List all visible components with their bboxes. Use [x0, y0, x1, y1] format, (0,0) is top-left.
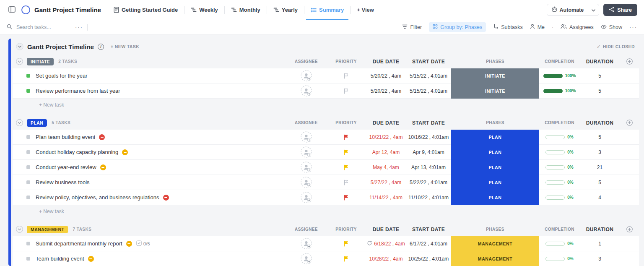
blocked-icon[interactable]	[99, 134, 105, 140]
due-date[interactable]: Apr 12, 4am	[372, 149, 400, 155]
on-hold-icon[interactable]	[122, 149, 128, 155]
add-column-icon[interactable]	[626, 120, 633, 126]
space-avatar[interactable]	[21, 5, 30, 14]
tab-monthly[interactable]: Monthly	[226, 0, 265, 20]
column-header-completion[interactable]: COMPLETION	[539, 59, 580, 64]
task-row[interactable]: Review policy, objectives, and business …	[13, 190, 639, 205]
checklist-indicator[interactable]: 0/5	[136, 240, 150, 248]
column-header-start-date[interactable]: START DATE	[406, 120, 451, 126]
add-assignee-button[interactable]	[301, 253, 312, 264]
start-date[interactable]: 11/10/22 , 4:01am	[408, 195, 449, 201]
task-row[interactable]: Set goals for the year5/20/22 , 4am5/15/…	[13, 68, 639, 83]
due-date[interactable]: 5/27/22 , 4am	[371, 180, 401, 185]
column-header-completion[interactable]: COMPLETION	[539, 227, 580, 232]
task-row[interactable]: Conduct year-end reviewMay 4, 4amApr 13,…	[13, 160, 639, 175]
task-status-icon[interactable]	[26, 165, 30, 169]
tab-summary[interactable]: Summary	[306, 0, 348, 20]
task-name[interactable]: Review business tools	[36, 179, 90, 185]
add-assignee-button[interactable]	[301, 131, 312, 143]
task-row[interactable]: Submit departmental monthly report0/56/1…	[13, 236, 639, 251]
blocked-icon[interactable]	[163, 195, 169, 201]
phase-cell[interactable]: PLAN	[451, 190, 539, 205]
automate-dropdown-button[interactable]	[588, 4, 599, 16]
task-name[interactable]: Review policy, objectives, and business …	[36, 194, 159, 201]
info-icon[interactable]: i	[98, 44, 104, 50]
start-date[interactable]: 10/16/22 , 4:01am	[408, 134, 449, 140]
column-header-duration[interactable]: DURATION	[580, 59, 620, 65]
priority-flag-icon[interactable]	[343, 88, 349, 94]
start-date[interactable]: 5/15/22 , 4:01am	[410, 73, 447, 79]
column-header-phases[interactable]: PHASES	[451, 120, 539, 125]
add-assignee-button[interactable]	[301, 238, 312, 249]
search-more-button[interactable]: ···	[75, 24, 83, 30]
due-date[interactable]: 5/20/22 , 4am	[371, 88, 401, 94]
group-collapse-icon[interactable]	[16, 119, 23, 126]
start-date[interactable]: 5/15/22 , 4:01am	[410, 88, 447, 94]
column-header-duration[interactable]: DURATION	[580, 227, 620, 232]
column-header-priority[interactable]: PRIORITY	[326, 120, 366, 125]
add-column-icon[interactable]	[626, 58, 633, 65]
column-header-assignee[interactable]: ASSIGNEE	[286, 59, 326, 64]
start-date[interactable]: 5/22/22 , 4:01am	[410, 180, 447, 185]
task-row[interactable]: Plan team building event10/21/22 , 4am10…	[13, 130, 639, 145]
add-task-button[interactable]: + New task	[13, 205, 639, 218]
task-status-icon[interactable]	[26, 196, 30, 199]
start-date[interactable]: 6/17/22 , 4:01am	[410, 241, 447, 247]
sidebar-toggle-button[interactable]	[7, 0, 17, 20]
phase-cell[interactable]: MANAGEMENT	[451, 251, 539, 266]
add-assignee-button[interactable]	[301, 162, 312, 173]
priority-flag-icon[interactable]	[343, 180, 349, 185]
show-button[interactable]: Show	[601, 24, 622, 30]
assignees-button[interactable]: Assignees	[561, 24, 594, 30]
add-task-button[interactable]: + New task	[13, 99, 639, 111]
due-date[interactable]: 10/21/22 , 4am	[369, 134, 402, 140]
phase-cell[interactable]: PLAN	[451, 130, 539, 144]
group-badge[interactable]: MANAGEMENT	[27, 226, 68, 233]
add-assignee-button[interactable]	[301, 146, 312, 158]
list-collapse-icon[interactable]	[16, 43, 23, 50]
task-status-icon[interactable]	[26, 135, 30, 139]
on-hold-icon[interactable]	[88, 256, 94, 262]
due-date[interactable]: 5/20/22 , 4am	[371, 73, 401, 79]
add-assignee-button[interactable]	[301, 192, 312, 203]
column-header-priority[interactable]: PRIORITY	[326, 227, 366, 232]
task-name[interactable]: Conduct year-end review	[36, 164, 96, 170]
task-row[interactable]: Review performance from last year5/20/22…	[13, 83, 639, 99]
column-header-duration[interactable]: DURATION	[580, 120, 620, 126]
task-row[interactable]: Conduct holiday capacity planningApr 12,…	[13, 145, 639, 160]
phase-cell[interactable]: PLAN	[451, 175, 539, 190]
column-header-due-date[interactable]: DUE DATE	[366, 59, 406, 65]
phase-cell[interactable]: INITIATE	[451, 68, 539, 83]
on-hold-icon[interactable]	[100, 164, 106, 170]
task-name[interactable]: Team building event	[36, 256, 84, 262]
add-assignee-button[interactable]	[301, 70, 312, 81]
task-name[interactable]: Set goals for the year	[36, 73, 88, 79]
column-header-start-date[interactable]: START DATE	[406, 59, 451, 65]
priority-flag-icon[interactable]	[343, 149, 349, 155]
task-name[interactable]: Review performance from last year	[36, 88, 120, 94]
due-date[interactable]: 10/28/22 , 4am	[369, 256, 402, 262]
search-input[interactable]	[16, 24, 71, 30]
share-button[interactable]: Share	[603, 4, 637, 16]
tab-yearly[interactable]: Yearly	[269, 0, 302, 20]
group-collapse-icon[interactable]	[16, 226, 23, 233]
tab-weekly[interactable]: Weekly	[186, 0, 223, 20]
group-collapse-icon[interactable]	[16, 58, 23, 65]
start-date[interactable]: 10/25/22 , 4:01am	[408, 256, 449, 262]
phase-cell[interactable]: INITIATE	[451, 83, 539, 98]
priority-flag-icon[interactable]	[343, 195, 349, 201]
priority-flag-icon[interactable]	[343, 134, 349, 140]
hide-closed-toggle[interactable]: ✓ HIDE CLOSED	[597, 44, 635, 50]
task-name[interactable]: Plan team building event	[36, 134, 95, 140]
automate-button[interactable]: Automate	[547, 4, 588, 16]
group-by-button[interactable]: Group by: Phases	[429, 22, 486, 32]
filter-button[interactable]: Filter	[402, 24, 422, 30]
add-assignee-button[interactable]	[301, 177, 312, 188]
new-task-button[interactable]: + NEW TASK	[111, 44, 139, 49]
due-date[interactable]: 6/18/22 , 4am	[374, 241, 405, 247]
task-status-icon[interactable]	[26, 180, 30, 184]
phase-cell[interactable]: MANAGEMENT	[451, 236, 539, 251]
toolbar-more-button[interactable]: ···	[629, 24, 637, 30]
phase-cell[interactable]: PLAN	[451, 160, 539, 175]
due-date[interactable]: May 4, 4am	[373, 164, 399, 170]
